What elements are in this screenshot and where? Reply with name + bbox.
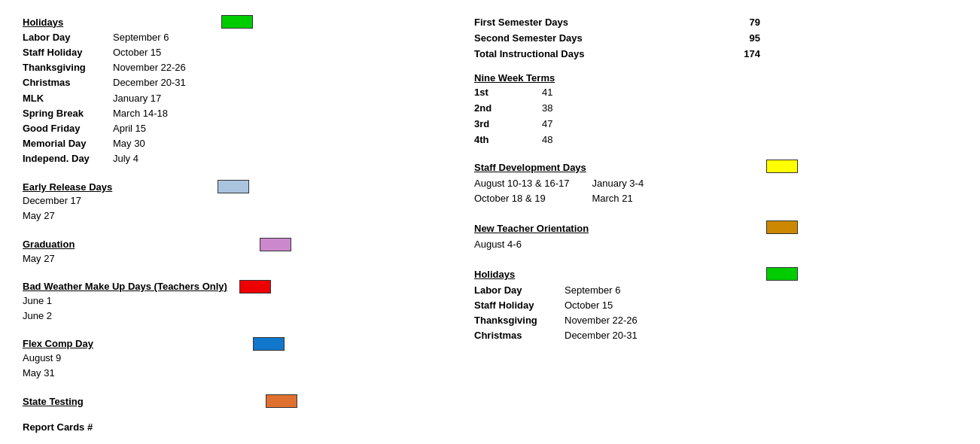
holiday-row: Memorial DayMay 30 bbox=[23, 136, 444, 151]
semester-row: First Semester Days79 bbox=[474, 15, 760, 31]
early-release-color-box bbox=[218, 180, 249, 193]
holiday-row: Staff HolidayOctober 15 bbox=[23, 45, 444, 60]
nine-week-items: 1st412nd383rd474th48 bbox=[474, 85, 957, 147]
right-holiday-date: December 20-31 bbox=[565, 328, 638, 343]
semester-section: First Semester Days79Second Semester Day… bbox=[474, 15, 957, 62]
holidays-title: Holidays bbox=[23, 17, 63, 28]
bad-weather-dates: June 1June 2 bbox=[23, 293, 444, 324]
nine-week-row: 4th48 bbox=[474, 132, 957, 148]
flex-comp-section: Flex Comp Day August 9May 31 bbox=[23, 337, 444, 381]
report-cards-label: Report Cards # bbox=[23, 421, 93, 433]
holiday-row: Good FridayApril 15 bbox=[23, 121, 444, 136]
early-release-date: May 27 bbox=[23, 208, 444, 224]
flex-comp-date: May 31 bbox=[23, 366, 444, 381]
right-holidays-title: Holidays bbox=[474, 269, 515, 280]
graduation-date: May 27 bbox=[23, 251, 444, 266]
early-release-section: Early Release Days December 17May 27 bbox=[23, 180, 444, 224]
graduation-title: Graduation bbox=[23, 239, 75, 250]
staff-dev-section: Staff Development Days August 10-13 & 16… bbox=[474, 159, 957, 206]
right-holiday-label: Thanksgiving bbox=[474, 313, 565, 328]
holiday-row: Spring BreakMarch 14-18 bbox=[23, 106, 444, 121]
nw-value: 47 bbox=[542, 117, 552, 132]
holiday-row: ThanksgivingNovember 22-26 bbox=[23, 60, 444, 75]
holiday-label: Spring Break bbox=[23, 106, 113, 121]
holiday-date: December 20-31 bbox=[113, 75, 186, 90]
early-release-date: December 17 bbox=[23, 193, 444, 208]
nw-value: 38 bbox=[542, 101, 552, 117]
right-holiday-label: Staff Holiday bbox=[474, 298, 565, 313]
staff-dev-date: January 3-4 bbox=[592, 176, 644, 191]
semester-label: First Semester Days bbox=[474, 15, 568, 31]
semester-value: 174 bbox=[730, 47, 760, 62]
bad-weather-color-box bbox=[239, 280, 271, 293]
holiday-row: Independ. DayJuly 4 bbox=[23, 151, 444, 166]
holidays-table: Labor DaySeptember 6Staff HolidayOctober… bbox=[23, 30, 444, 166]
right-holiday-row: ThanksgivingNovember 22-26 bbox=[474, 313, 957, 328]
graduation-section: Graduation May 27 bbox=[23, 238, 444, 266]
holiday-date: July 4 bbox=[113, 151, 138, 166]
report-cards-section: Report Cards # bbox=[23, 421, 444, 433]
right-holiday-row: Labor DaySeptember 6 bbox=[474, 283, 957, 298]
nine-week-section: Nine Week Terms 1st412nd383rd474th48 bbox=[474, 72, 957, 147]
nw-value: 41 bbox=[542, 85, 552, 101]
left-column: Holidays Labor DaySeptember 6Staff Holid… bbox=[23, 15, 444, 444]
main-layout: Holidays Labor DaySeptember 6Staff Holid… bbox=[23, 15, 957, 444]
graduation-color-box bbox=[260, 238, 291, 251]
staff-dev-col1: August 10-13 & 16-17October 18 & 19 bbox=[474, 176, 569, 206]
nine-week-title: Nine Week Terms bbox=[474, 72, 957, 84]
state-testing-title: State Testing bbox=[23, 396, 84, 407]
holidays-section: Holidays Labor DaySeptember 6Staff Holid… bbox=[23, 15, 444, 166]
holiday-date: October 15 bbox=[113, 45, 161, 60]
flex-comp-date: August 9 bbox=[23, 351, 444, 366]
holiday-label: Christmas bbox=[23, 75, 113, 90]
new-teacher-title: New Teacher Orientation bbox=[474, 223, 589, 234]
right-holidays-table: Labor DaySeptember 6Staff HolidayOctober… bbox=[474, 283, 957, 344]
holiday-date: April 15 bbox=[113, 121, 146, 136]
new-teacher-section: New Teacher Orientation August 4-6 bbox=[474, 220, 957, 252]
flex-comp-title: Flex Comp Day bbox=[23, 338, 93, 349]
nine-week-row: 3rd47 bbox=[474, 117, 957, 132]
right-holiday-row: ChristmasDecember 20-31 bbox=[474, 328, 957, 343]
holiday-row: Labor DaySeptember 6 bbox=[23, 30, 444, 45]
holiday-row: MLKJanuary 17 bbox=[23, 91, 444, 106]
nw-term: 1st bbox=[474, 85, 497, 101]
early-release-dates: December 17May 27 bbox=[23, 193, 444, 224]
semester-value: 79 bbox=[730, 15, 760, 31]
new-teacher-color-box bbox=[766, 220, 798, 234]
semester-label: Total Instructional Days bbox=[474, 47, 584, 62]
right-holidays-color-box bbox=[766, 267, 798, 281]
nw-term: 3rd bbox=[474, 117, 497, 132]
semester-row: Total Instructional Days174 bbox=[474, 47, 760, 62]
semester-label: Second Semester Days bbox=[474, 31, 583, 47]
right-column: First Semester Days79Second Semester Day… bbox=[444, 15, 957, 444]
staff-dev-dates: August 10-13 & 16-17October 18 & 19Janua… bbox=[474, 176, 957, 206]
holiday-date: May 30 bbox=[113, 136, 145, 151]
state-testing-color-box bbox=[266, 394, 297, 408]
new-teacher-date: August 4-6 bbox=[474, 237, 957, 252]
new-teacher-dates: August 4-6 bbox=[474, 237, 957, 252]
early-release-title: Early Release Days bbox=[23, 181, 112, 193]
holiday-label: Independ. Day bbox=[23, 151, 113, 166]
staff-dev-date: October 18 & 19 bbox=[474, 191, 569, 206]
semester-value: 95 bbox=[730, 31, 760, 47]
holiday-label: Staff Holiday bbox=[23, 45, 113, 60]
nw-term: 4th bbox=[474, 132, 497, 148]
holidays-color-box bbox=[221, 15, 253, 29]
holiday-label: Memorial Day bbox=[23, 136, 113, 151]
staff-dev-date: August 10-13 & 16-17 bbox=[474, 176, 569, 191]
staff-dev-color-box bbox=[766, 160, 798, 173]
holiday-label: Labor Day bbox=[23, 30, 113, 45]
bad-weather-title: Bad Weather Make Up Days (Teachers Only) bbox=[23, 281, 227, 292]
holiday-label: Thanksgiving bbox=[23, 60, 113, 75]
right-holiday-date: October 15 bbox=[565, 298, 613, 313]
state-testing-section: State Testing bbox=[23, 394, 444, 408]
flex-comp-dates: August 9May 31 bbox=[23, 351, 444, 381]
bad-weather-section: Bad Weather Make Up Days (Teachers Only)… bbox=[23, 280, 444, 324]
staff-dev-title: Staff Development Days bbox=[474, 162, 586, 173]
holiday-date: September 6 bbox=[113, 30, 169, 45]
bad-weather-date: June 2 bbox=[23, 309, 444, 324]
graduation-dates: May 27 bbox=[23, 251, 444, 266]
holiday-date: January 17 bbox=[113, 91, 161, 106]
flex-comp-color-box bbox=[253, 337, 285, 351]
nw-term: 2nd bbox=[474, 101, 497, 117]
